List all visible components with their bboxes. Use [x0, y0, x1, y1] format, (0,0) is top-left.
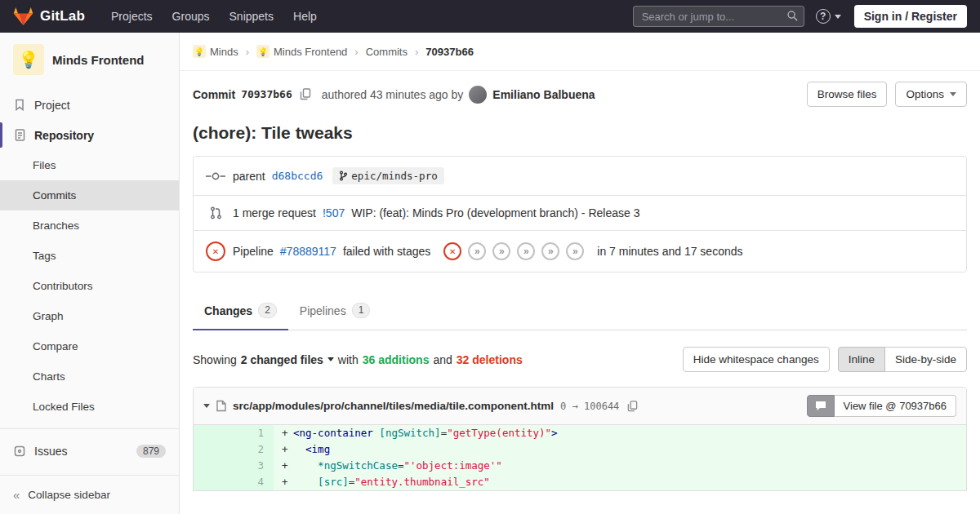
diff-line: 4 + [src]="entity.thumbnail_src" — [194, 474, 966, 490]
commit-icon — [205, 171, 226, 181]
tab-changes[interactable]: Changes 2 — [193, 294, 288, 330]
global-search — [633, 6, 804, 27]
diff-line-number[interactable]: 2 — [194, 441, 274, 458]
pipeline-label: Pipeline — [233, 245, 274, 258]
top-navbar: GitLab Projects Groups Snippets Help Sig… — [0, 0, 980, 33]
collapse-sidebar-label: Collapse sidebar — [28, 489, 110, 501]
collapse-sidebar-button[interactable]: Collapse sidebar — [0, 475, 179, 514]
sidebar-item-repository[interactable]: Repository — [0, 120, 179, 150]
copy-icon — [300, 88, 311, 100]
pipelines-count-badge: 1 — [352, 303, 371, 318]
sidebar-item-contributors[interactable]: Contributors — [0, 271, 179, 301]
browse-files-button[interactable]: Browse files — [807, 82, 888, 107]
pipeline-row: Pipeline #78889117 failed with stages in… — [194, 230, 966, 272]
bookmark-icon — [13, 99, 26, 111]
diff-line-number[interactable]: 3 — [194, 458, 274, 474]
sidebar-item-files[interactable]: Files — [0, 150, 179, 180]
branch-ref-badge[interactable]: epic/minds-pro — [332, 167, 443, 184]
and-text: and — [433, 353, 452, 366]
search-input[interactable] — [633, 6, 804, 27]
breadcrumb-project-link[interactable]: 💡 Minds Frontend — [256, 45, 347, 58]
commit-tabs: Changes 2 Pipelines 1 — [193, 294, 967, 330]
sidebar-item-graph[interactable]: Graph — [0, 301, 179, 331]
breadcrumb: 💡 Minds › 💡 Minds Frontend › Commits › 7… — [180, 33, 980, 71]
sidebar-divider — [0, 428, 179, 429]
pipeline-failed-status-icon[interactable] — [205, 241, 226, 261]
side-by-side-view-button[interactable]: Side-by-side — [884, 347, 967, 372]
chevron-down-icon — [950, 92, 956, 96]
copy-sha-button[interactable] — [298, 86, 313, 102]
comment-bubble-icon — [815, 401, 826, 411]
nav-groups[interactable]: Groups — [163, 0, 220, 33]
chevron-down-icon — [327, 357, 334, 361]
diff-file-path[interactable]: src/app/modules/pro/channel/tiles/media/… — [233, 400, 554, 412]
stage-skipped-icon[interactable] — [492, 242, 510, 260]
main-content: 💡 Minds › 💡 Minds Frontend › Commits › 7… — [180, 33, 980, 514]
nav-snippets[interactable]: Snippets — [220, 0, 283, 33]
copy-icon — [627, 401, 638, 412]
stage-skipped-icon[interactable] — [541, 242, 559, 260]
sidebar-item-compare[interactable]: Compare — [0, 331, 179, 361]
pipeline-id-link[interactable]: #78889117 — [280, 245, 336, 258]
view-mode-toggle: Inline Side-by-side — [838, 347, 967, 372]
file-icon — [216, 400, 226, 412]
commit-meta-row: Commit 70937b66 authored 43 minutes ago … — [193, 82, 967, 107]
diff-line: 1 +<ng-container [ngSwitch]="getType(ent… — [194, 425, 966, 441]
parent-label: parent — [233, 170, 265, 183]
stage-skipped-icon[interactable] — [468, 242, 486, 260]
hide-whitespace-button[interactable]: Hide whitespace changes — [683, 347, 830, 372]
inline-view-button[interactable]: Inline — [838, 347, 885, 372]
sidebar-item-tags[interactable]: Tags — [0, 241, 179, 271]
diff-line-number[interactable]: 1 — [194, 425, 274, 441]
help-menu[interactable] — [816, 9, 841, 24]
sidebar-item-label: Project — [34, 99, 70, 112]
parent-sha-link[interactable]: d68bccd6 — [272, 170, 323, 182]
diff-line: 3 + *ngSwitchCase="'object:image'" — [194, 458, 966, 474]
sidebar-item-project[interactable]: Project — [0, 90, 179, 120]
sidebar-item-label: Repository — [34, 129, 94, 142]
copy-path-button[interactable] — [626, 399, 639, 414]
top-nav: Projects Groups Snippets Help — [101, 0, 327, 33]
sidebar-item-charts[interactable]: Charts — [0, 361, 179, 392]
options-dropdown-button[interactable]: Options — [895, 82, 967, 107]
breadcrumb-commits-link[interactable]: Commits — [366, 46, 408, 58]
mr-title: WIP: (feat): Minds Pro (development bran… — [351, 206, 639, 219]
project-avatar: 💡 — [13, 44, 44, 75]
stage-skipped-icon[interactable] — [566, 242, 584, 260]
collapse-diff-icon[interactable] — [203, 404, 210, 408]
stage-skipped-icon[interactable] — [517, 242, 535, 260]
group-avatar: 💡 — [193, 45, 206, 58]
stage-failed-icon[interactable] — [443, 242, 461, 260]
diff-line-number[interactable]: 4 — [194, 474, 274, 490]
sidebar-item-locked-files[interactable]: Locked Files — [0, 392, 179, 422]
search-icon[interactable] — [786, 10, 799, 22]
breadcrumb-group-link[interactable]: 💡 Minds — [193, 45, 238, 58]
toggle-comments-button[interactable] — [807, 395, 835, 417]
diff-file-header: src/app/modules/pro/channel/tiles/media/… — [194, 388, 966, 425]
nav-help[interactable]: Help — [283, 0, 327, 33]
nav-projects[interactable]: Projects — [101, 0, 163, 33]
changed-files-dropdown[interactable]: 2 changed files — [241, 353, 334, 366]
mr-ref-link[interactable]: !507 — [323, 206, 345, 219]
sidebar-item-commits[interactable]: Commits — [0, 180, 179, 210]
commit-title: (chore): Tile tweaks — [193, 123, 967, 143]
showing-text: Showing — [193, 353, 237, 366]
author-name[interactable]: Emiliano Balbuena — [492, 88, 595, 101]
breadcrumb-current-sha: 70937b66 — [425, 46, 474, 58]
file-mode-change: 0 → 100644 — [560, 401, 619, 412]
project-avatar-small: 💡 — [256, 45, 270, 58]
authored-text: authored 43 minutes ago by — [322, 88, 464, 101]
sidebar-item-issues[interactable]: Issues 879 — [0, 436, 179, 466]
mr-count-text: 1 merge request — [233, 206, 316, 219]
breadcrumb-separator: › — [354, 46, 358, 58]
project-context-header[interactable]: 💡 Minds Frontend — [0, 33, 179, 85]
gitlab-logo[interactable]: GitLab — [13, 7, 85, 26]
sidebar-item-branches[interactable]: Branches — [0, 210, 179, 241]
tanuki-icon — [13, 7, 33, 26]
diff-content: 1 +<ng-container [ngSwitch]="getType(ent… — [194, 425, 966, 490]
project-name: Minds Frontend — [52, 53, 145, 67]
tab-pipelines[interactable]: Pipelines 1 — [288, 294, 382, 330]
merge-request-row: 1 merge request !507 WIP: (feat): Minds … — [194, 195, 966, 230]
sign-in-register-button[interactable]: Sign in / Register — [854, 5, 967, 28]
view-file-button[interactable]: View file @ 70937b66 — [835, 395, 956, 417]
